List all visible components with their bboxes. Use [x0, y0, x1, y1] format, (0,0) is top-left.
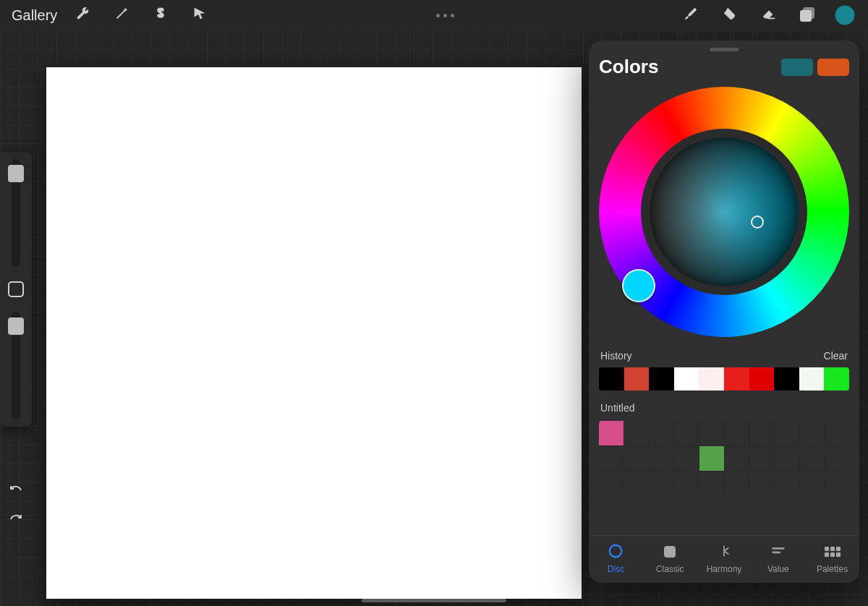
- harmony-icon: [716, 543, 732, 561]
- wand-icon: [114, 6, 129, 25]
- tab-value-label: Value: [767, 564, 789, 574]
- history-swatch[interactable]: [624, 367, 650, 391]
- smudge-icon: [722, 6, 738, 25]
- eraser-icon: [761, 6, 777, 25]
- history-swatch[interactable]: [774, 367, 799, 391]
- palette-cell[interactable]: [725, 446, 749, 471]
- history-swatch[interactable]: [724, 367, 749, 391]
- palette-cell[interactable]: [775, 446, 799, 471]
- brush-opacity-thumb[interactable]: [8, 317, 24, 335]
- home-indicator[interactable]: [362, 599, 506, 602]
- palette-cell[interactable]: [674, 471, 699, 496]
- redo-button[interactable]: [7, 512, 25, 532]
- palette-cell[interactable]: [599, 471, 624, 496]
- tab-classic-label: Classic: [656, 564, 684, 574]
- palette-cell[interactable]: [699, 446, 724, 471]
- tab-palettes-label: Palettes: [817, 564, 848, 574]
- palette-cell[interactable]: [624, 421, 649, 445]
- palette-cell[interactable]: [825, 471, 849, 496]
- history-swatch[interactable]: [699, 367, 724, 391]
- tab-harmony[interactable]: Harmony: [699, 543, 749, 574]
- value-icon: [770, 543, 786, 561]
- tab-disc[interactable]: Disc: [590, 543, 641, 574]
- colors-panel-title: Colors: [599, 56, 658, 78]
- history-clear-button[interactable]: Clear: [824, 350, 848, 362]
- layers-button[interactable]: [788, 0, 827, 30]
- active-color-button[interactable]: [835, 5, 855, 25]
- tab-value[interactable]: Value: [753, 543, 804, 574]
- modify-square-button[interactable]: [8, 281, 24, 297]
- gallery-button[interactable]: Gallery: [6, 7, 63, 24]
- palette-cell[interactable]: [599, 421, 624, 445]
- palette-cell[interactable]: [775, 421, 799, 445]
- left-sidebar: [0, 152, 32, 427]
- top-toolbar: Gallery: [0, 0, 868, 30]
- brush-tool-button[interactable]: [671, 0, 710, 30]
- selection-s-icon: [153, 6, 169, 25]
- tab-classic[interactable]: Classic: [644, 543, 695, 574]
- color-history: [599, 367, 849, 391]
- brush-icon: [683, 6, 699, 25]
- palette-cell[interactable]: [599, 446, 624, 471]
- brush-size-thumb[interactable]: [8, 165, 24, 182]
- history-swatch[interactable]: [799, 367, 825, 391]
- palette-cell[interactable]: [825, 421, 849, 445]
- colors-panel: Colors History Clear Untitled Disc Class…: [589, 40, 859, 583]
- history-label: History: [600, 350, 632, 362]
- palette-cell[interactable]: [749, 446, 774, 471]
- cursor-arrow-icon: [192, 6, 208, 25]
- palette-cell[interactable]: [699, 471, 724, 496]
- history-swatch[interactable]: [674, 367, 699, 391]
- undo-button[interactable]: [7, 483, 25, 503]
- palette-cell[interactable]: [725, 471, 749, 496]
- selection-button[interactable]: [141, 0, 180, 30]
- palette-cell[interactable]: [699, 421, 724, 445]
- palette-cell[interactable]: [800, 471, 825, 496]
- hue-cursor[interactable]: [622, 269, 655, 302]
- palette-cell[interactable]: [749, 421, 774, 445]
- eraser-tool-button[interactable]: [749, 0, 788, 30]
- primary-color-swatch[interactable]: [781, 59, 813, 76]
- redo-icon: [7, 519, 25, 532]
- sv-cursor[interactable]: [751, 215, 764, 229]
- palette-cell[interactable]: [624, 471, 649, 496]
- secondary-color-swatch[interactable]: [817, 59, 849, 76]
- color-disc[interactable]: [599, 87, 849, 337]
- palette-cell[interactable]: [674, 446, 699, 471]
- smudge-tool-button[interactable]: [710, 0, 749, 30]
- dots-icon: [436, 14, 440, 17]
- history-swatch[interactable]: [649, 367, 674, 391]
- svg-point-0: [610, 545, 622, 557]
- palette-cell[interactable]: [649, 421, 673, 445]
- actions-button[interactable]: [63, 0, 102, 30]
- canvas[interactable]: [46, 67, 582, 599]
- history-swatch[interactable]: [599, 367, 624, 391]
- tab-palettes[interactable]: Palettes: [807, 543, 858, 574]
- palette-cell[interactable]: [749, 471, 774, 496]
- saturation-value-circle[interactable]: [650, 137, 799, 286]
- disc-icon: [608, 543, 624, 561]
- transform-button[interactable]: [180, 0, 219, 30]
- modify-menu-button[interactable]: [436, 14, 454, 17]
- palette-cell[interactable]: [725, 421, 749, 445]
- color-panel-tabs: Disc Classic Harmony Value Palettes: [589, 535, 859, 583]
- adjustments-button[interactable]: [102, 0, 141, 30]
- classic-icon: [664, 546, 676, 558]
- palette-cell[interactable]: [775, 471, 799, 496]
- tab-disc-label: Disc: [608, 564, 624, 574]
- palette-cell[interactable]: [800, 446, 825, 471]
- history-swatch[interactable]: [749, 367, 775, 391]
- history-swatch[interactable]: [824, 367, 849, 391]
- wrench-icon: [75, 6, 90, 25]
- palette-cell[interactable]: [649, 446, 673, 471]
- palette-cell[interactable]: [624, 446, 649, 471]
- palette-cell[interactable]: [649, 471, 673, 496]
- palette-cell[interactable]: [825, 446, 849, 471]
- brush-size-slider[interactable]: [12, 159, 20, 267]
- palette-cell[interactable]: [674, 421, 699, 445]
- panel-drag-handle[interactable]: [710, 48, 739, 51]
- palette-cell[interactable]: [800, 421, 825, 445]
- palette-name-label[interactable]: Untitled: [600, 402, 848, 414]
- brush-opacity-slider[interactable]: [12, 312, 20, 419]
- palette-grid: [599, 421, 849, 496]
